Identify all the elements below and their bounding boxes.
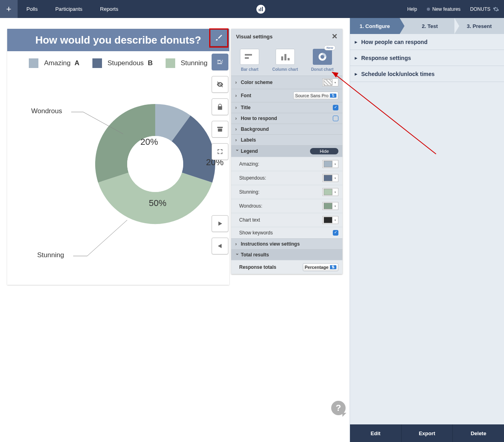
legend-item: Chart text▾: [231, 213, 342, 227]
pct-wondrous: 20%: [140, 137, 158, 147]
legend-item: Stupendous:▾: [231, 171, 342, 185]
accordion-schedule[interactable]: Schedule lock/unlock times: [350, 66, 504, 82]
font-select[interactable]: Source Sans Pro⇅: [293, 92, 338, 100]
play-icon: [217, 220, 223, 227]
slice-label-wondrous: Wondrous: [31, 107, 62, 115]
sliders-icon: [216, 58, 224, 66]
help-bubble-button[interactable]: ?: [331, 401, 346, 415]
legend-config: Amazing:▾ Stupendous:▾ Stunning:▾ Wondro…: [231, 157, 342, 238]
donut-chart-icon: [317, 52, 328, 62]
edit-button[interactable]: Edit: [350, 424, 402, 442]
legend-label: Stupendous: [108, 59, 144, 67]
nav-reports[interactable]: Reports: [91, 0, 127, 18]
visual-settings-button[interactable]: [210, 29, 227, 46]
nav-polls[interactable]: Polls: [18, 0, 46, 18]
legend-label: Stunning: [181, 59, 208, 67]
archive-button[interactable]: [212, 121, 228, 138]
nav-help[interactable]: Help: [402, 6, 422, 12]
row-response-totals: Response totals Percentage⇅: [231, 260, 342, 274]
legend-item: Show keywords: [231, 227, 342, 238]
nav-account[interactable]: DONUTS: [465, 6, 504, 12]
bottom-actions: Edit Export Delete: [350, 424, 504, 442]
legend-item: Amazing:▾: [231, 157, 342, 171]
accordion-how-respond[interactable]: How people can respond: [350, 34, 504, 50]
row-color-scheme[interactable]: Color scheme ▾: [231, 76, 342, 89]
legend-item: Stunning:▾: [231, 185, 342, 199]
add-button[interactable]: +: [0, 0, 18, 18]
legend-keyword: B: [148, 59, 152, 67]
svg-rect-9: [245, 54, 252, 56]
step-tabs: 1. Configure 2. Test 3. Present: [350, 18, 504, 34]
svg-rect-0: [259, 9, 260, 11]
tab-configure[interactable]: 1. Configure: [350, 18, 400, 34]
svg-rect-1: [260, 8, 261, 11]
color-picker[interactable]: ▾: [322, 202, 338, 210]
row-background[interactable]: Background: [231, 124, 342, 134]
export-button[interactable]: Export: [402, 424, 453, 442]
accordion-response-settings[interactable]: Response settings: [350, 50, 504, 66]
chart-type-donut[interactable]: New Donut chart: [311, 49, 334, 72]
new-badge: New: [324, 45, 335, 50]
legend-swatch: [92, 58, 102, 68]
legend-label: Amazing: [44, 59, 70, 67]
legend-keyword: A: [74, 59, 79, 67]
pct-stunning: 50%: [149, 198, 166, 208]
eye-off-icon: [216, 80, 224, 88]
svg-rect-12: [284, 54, 286, 60]
row-instructions[interactable]: Instructions view settings: [231, 238, 342, 249]
row-total-results[interactable]: Total results: [231, 249, 342, 260]
logo-icon[interactable]: [256, 5, 265, 14]
legend-item: Wondrous:▾: [231, 199, 342, 213]
chart-title: How would you describe donuts?: [7, 29, 229, 51]
svg-rect-2: [262, 7, 263, 11]
svg-rect-11: [281, 56, 283, 60]
nav-new-features[interactable]: New features: [422, 6, 466, 12]
svg-line-6: [87, 220, 127, 256]
prev-button[interactable]: [212, 238, 228, 254]
row-font[interactable]: Font Source Sans Pro⇅: [231, 89, 342, 102]
color-picker[interactable]: ▾: [322, 188, 338, 196]
visual-settings-panel: Visual settings ✕ Bar chart Column chart…: [231, 29, 342, 274]
row-how-to-respond[interactable]: How to respond: [231, 113, 342, 124]
play-button[interactable]: [212, 215, 228, 232]
nav-participants[interactable]: Participants: [46, 0, 91, 18]
side-toolbar: [212, 54, 228, 254]
legend-swatch: [166, 58, 175, 68]
lock-button[interactable]: [212, 98, 228, 115]
lock-icon: [216, 103, 224, 110]
chart-type-bar[interactable]: Bar chart: [240, 49, 259, 72]
close-icon[interactable]: ✕: [332, 32, 338, 41]
svg-rect-10: [245, 57, 249, 59]
slice-label-stunning: Stunning: [37, 251, 64, 259]
chevron-left-icon: [217, 243, 223, 249]
paintbrush-icon: [214, 33, 223, 42]
gear-icon: [493, 6, 499, 12]
navbar: + Polls Participants Reports Help New fe…: [0, 0, 504, 18]
settings-sliders-button[interactable]: [212, 54, 228, 70]
column-chart-icon: [280, 52, 291, 61]
delete-button[interactable]: Delete: [453, 424, 504, 442]
row-labels[interactable]: Labels: [231, 134, 342, 145]
chart-type-column[interactable]: Column chart: [272, 49, 298, 72]
chart-legend: Amazing A Stupendous B Stunning: [7, 51, 229, 72]
show-keywords-checkbox[interactable]: [333, 230, 338, 236]
right-sidebar: 1. Configure 2. Test 3. Present How peop…: [350, 18, 504, 442]
color-picker[interactable]: ▾: [322, 160, 338, 168]
tab-test[interactable]: 2. Test: [400, 18, 455, 34]
how-to-respond-checkbox[interactable]: [333, 116, 338, 121]
expand-icon: [216, 148, 224, 155]
legend-hide-button[interactable]: Hide: [310, 148, 338, 154]
response-totals-select[interactable]: Percentage⇅: [303, 263, 338, 271]
svg-rect-13: [288, 58, 290, 60]
tab-present[interactable]: 3. Present: [454, 18, 504, 34]
fullscreen-button[interactable]: [212, 143, 228, 160]
title-checkbox[interactable]: [333, 105, 338, 110]
chart-area: Wondrous Stunning 20% 20% 50%: [7, 72, 229, 280]
hide-results-button[interactable]: [212, 76, 228, 93]
row-legend[interactable]: Legend Hide: [231, 145, 342, 157]
row-title[interactable]: Title: [231, 102, 342, 113]
legend-swatch: [29, 58, 38, 68]
color-picker[interactable]: ▾: [322, 174, 338, 182]
color-picker[interactable]: ▾: [322, 216, 338, 224]
color-scheme-picker[interactable]: ▾: [322, 78, 338, 86]
